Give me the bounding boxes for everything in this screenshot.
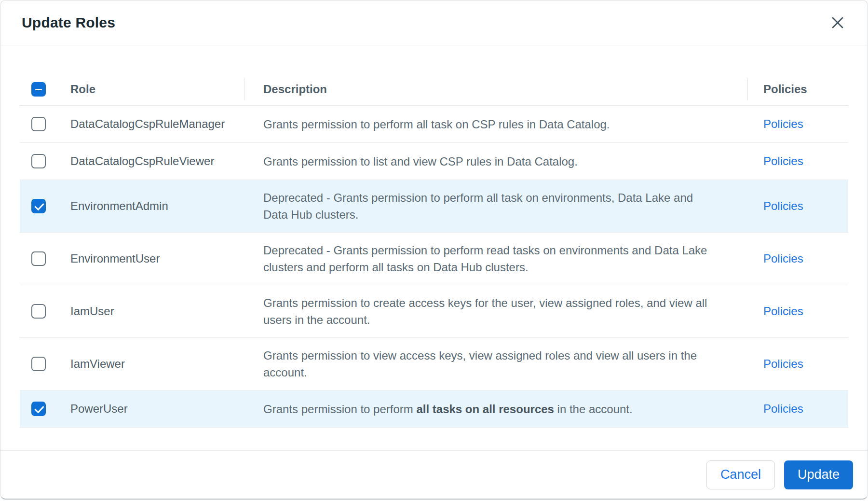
row-checkbox[interactable] [31,117,46,131]
table-row: DataCatalogCspRuleViewer Grants permissi… [20,143,848,180]
update-button[interactable]: Update [784,460,853,489]
role-name: IamViewer [70,348,244,380]
role-description: Grants permission to create access keys … [244,285,747,337]
role-name: PowerUser [70,392,244,425]
policies-link[interactable]: Policies [763,305,803,318]
role-description: Grants permission to perform all task on… [244,107,747,142]
select-all-checkbox[interactable] [31,82,46,97]
dialog-footer: Cancel Update [0,450,868,499]
policies-link[interactable]: Policies [763,117,803,130]
dialog-title: Update Roles [22,14,115,31]
role-description: Deprecated - Grants permission to perfor… [244,180,747,232]
row-checkbox[interactable] [31,199,46,213]
table-row: PowerUser Grants permission to perform a… [20,390,848,428]
column-header-role: Role [70,83,244,96]
role-description: Grants permission to perform all tasks o… [244,391,747,427]
row-checkbox[interactable] [31,402,46,416]
roles-table: Role Description Policies DataCatalogCsp… [0,73,868,428]
update-roles-dialog: Update Roles Role Description Policies D… [0,0,868,500]
role-name: EnvironmentAdmin [70,190,244,223]
close-icon[interactable] [829,14,846,31]
table-row: IamViewer Grants permission to view acce… [20,338,848,390]
column-header-description: Description [244,83,747,96]
role-description: Deprecated - Grants permission to perfor… [244,233,747,285]
page: Update Roles Role Description Policies D… [0,0,868,501]
table-header-row: Role Description Policies [20,73,848,106]
table-row: IamUser Grants permission to create acce… [20,285,848,338]
role-description: Grants permission to view access keys, v… [244,338,747,390]
row-checkbox[interactable] [31,357,46,371]
cancel-button[interactable]: Cancel [706,460,775,489]
role-name: IamUser [70,295,244,328]
policies-link[interactable]: Policies [763,402,803,415]
policies-link[interactable]: Policies [763,199,803,212]
policies-link[interactable]: Policies [763,154,803,167]
role-description: Grants permission to list and view CSP r… [244,144,747,179]
role-name: DataCatalogCspRuleViewer [70,145,244,178]
row-checkbox[interactable] [31,154,46,168]
table-row: EnvironmentUser Deprecated - Grants perm… [20,233,848,285]
row-checkbox[interactable] [31,251,46,266]
role-name: DataCatalogCspRuleManager [70,108,244,140]
table-row: DataCatalogCspRuleManager Grants permiss… [20,106,848,143]
column-header-policies: Policies [747,83,848,96]
dialog-header: Update Roles [0,0,868,45]
policies-link[interactable]: Policies [763,357,803,370]
table-row: EnvironmentAdmin Deprecated - Grants per… [20,180,848,233]
row-checkbox[interactable] [31,304,46,319]
policies-link[interactable]: Policies [763,252,803,265]
role-name: EnvironmentUser [70,242,244,275]
